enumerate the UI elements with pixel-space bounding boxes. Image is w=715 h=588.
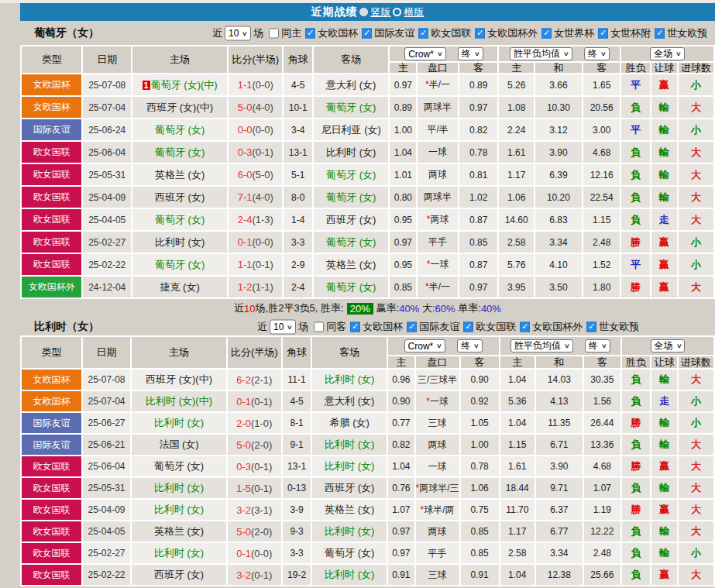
scope-select[interactable]: 全场∨	[650, 47, 685, 60]
away-team: 葡萄牙 (女)	[314, 232, 388, 253]
bookmaker-select[interactable]: Crow*∨	[404, 47, 446, 60]
results-table: 类型日期主场比分(半场)角球客场Crow*∨终∨胜平负均值∨终∨全场∨主盘口客主…	[20, 335, 715, 586]
radio-vertical-layout[interactable]	[359, 8, 368, 16]
vertical-layout-label[interactable]: 竖版	[371, 5, 391, 19]
odds-home: 0.82	[388, 435, 414, 455]
match-row: 欧女国联25-06-04葡萄牙 (女)0-3(0-1)13-1比利时 (女)1.…	[22, 456, 713, 476]
same-side-checkbox[interactable]	[269, 28, 279, 38]
odds-away: 1.06	[461, 478, 499, 498]
result-goals: 大	[679, 478, 713, 498]
handicap: 三/三球半	[416, 370, 459, 390]
score-half: (0-1)	[251, 396, 272, 407]
handicap-rate-label: 赢率:	[376, 301, 400, 315]
result-wdl: 勝	[622, 456, 650, 476]
competition-checkbox[interactable]	[475, 28, 485, 38]
score-half: (5-0)	[252, 169, 273, 181]
competition-checkbox[interactable]	[520, 322, 530, 332]
score-half: (2-0)	[251, 526, 272, 538]
corner-score: 13-1	[284, 142, 312, 163]
odds-time-select[interactable]: 终∨	[457, 339, 483, 352]
competition-checkbox[interactable]	[541, 28, 552, 38]
competition-checkbox[interactable]	[305, 28, 315, 38]
odds-away: 0.87	[459, 254, 497, 275]
competition-checkbox[interactable]	[407, 322, 417, 332]
competition-checkbox[interactable]	[655, 28, 665, 38]
match-date: 25-07-04	[83, 97, 131, 118]
avg-time-select[interactable]: 终∨	[584, 47, 610, 60]
win-rate-badge: 20%	[347, 303, 373, 315]
score-full: 0-1	[236, 396, 251, 407]
horizontal-layout-label[interactable]: 横版	[404, 5, 425, 19]
avg-win: 1.04	[500, 413, 535, 433]
match-row: 欧女国联25-06-04葡萄牙 (女)0-3(0-1)13-1比利时 (女)1.…	[22, 142, 713, 163]
odds-away: 0.87	[459, 209, 497, 230]
home-team: 西班牙 (女)	[132, 187, 227, 208]
away-team: 希腊 (女)	[312, 413, 387, 433]
scope-select[interactable]: 全场∨	[651, 339, 686, 352]
header-col-type: 类型	[22, 46, 81, 73]
match-row: 欧女国联25-02-27比利时 (女)0-1(0-0)3-3葡萄牙 (女)0.9…	[22, 232, 713, 253]
summary-count: 10	[244, 303, 255, 315]
results-table-wrap: 类型日期主场比分(半场)角球客场Crow*∨终∨胜平负均值∨终∨全场∨主盘口客主…	[20, 335, 715, 586]
match-date: 25-02-22	[83, 565, 130, 585]
bookmaker-select[interactable]: Crow*∨	[404, 339, 446, 352]
score-half: (0-0)	[252, 236, 273, 248]
competition-checkbox[interactable]	[598, 28, 608, 38]
score-full: 2-4	[238, 214, 253, 225]
header-sub-3: 主	[499, 63, 534, 73]
summary-prefix: 近	[234, 301, 244, 315]
competition-checkbox[interactable]	[350, 322, 360, 332]
odds-away: 0.97	[459, 277, 497, 297]
odds-away: 0.89	[459, 74, 497, 95]
score-half: (0-0)	[252, 124, 273, 136]
score-full: 0-3	[236, 461, 251, 473]
result-handicap: 輸	[651, 413, 677, 433]
odds-time-select[interactable]: 终∨	[458, 47, 483, 60]
corner-score: 1-4	[284, 209, 312, 230]
same-side-label: 同主	[281, 26, 301, 40]
avg-win: 1.08	[499, 97, 534, 118]
match-row: 女欧国杯25-07-08西班牙 (女)(中)6-2(2-1)11-1比利时 (女…	[22, 370, 713, 390]
filter-controls: 近10∨场同客女欧国杯国际友谊欧女国联女欧国杯外世女欧预	[257, 319, 643, 334]
home-team: 比利时 (女)	[132, 500, 226, 520]
recent-count-select[interactable]: 10∨	[225, 26, 251, 40]
avg-type-select-value: 胜平负均值	[514, 339, 561, 352]
result-handicap: 輸	[651, 97, 677, 118]
avg-draw: 10.30	[535, 97, 582, 118]
chevron-down-icon: ∨	[601, 342, 607, 349]
home-team: 比利时 (女)	[132, 543, 226, 563]
avg-type-select[interactable]: 胜平负均值∨	[510, 47, 572, 60]
avg-draw: 11.35	[536, 413, 583, 433]
same-side-checkbox[interactable]	[314, 322, 324, 332]
handicap: 平手	[416, 543, 459, 563]
team-name: 比利时（女）	[34, 320, 99, 334]
avg-draw: 6.37	[536, 500, 583, 520]
radio-horizontal-layout[interactable]	[393, 8, 401, 16]
result-wdl: 負	[621, 164, 649, 185]
competition-checkbox[interactable]	[463, 322, 473, 332]
header-sub-7: 让球	[651, 356, 677, 368]
score-half: (4-0)	[252, 101, 273, 113]
score-full: 2-0	[236, 418, 251, 429]
result-wdl: 負	[622, 370, 650, 390]
avg-type-select[interactable]: 胜平负均值∨	[510, 339, 573, 352]
header-col-home: 主场	[132, 337, 226, 368]
competition-checkbox[interactable]	[586, 322, 596, 332]
result-wdl: 負	[622, 391, 650, 411]
competition-checkbox[interactable]	[362, 28, 372, 38]
result-goals: 大	[679, 164, 713, 185]
corner-score: 2-9	[284, 254, 312, 275]
competition-label: 欧女国联	[476, 320, 516, 334]
team-section: 葡萄牙（女）近10∨场同主女欧国杯国际友谊欧女国联女欧国杯外女世界杯女世杯附世女…	[20, 21, 715, 318]
avg-lose: 4.68	[583, 142, 620, 163]
away-team: 比利时 (女)	[312, 565, 387, 585]
result-goals: 小	[679, 543, 713, 563]
live-star: *	[425, 79, 429, 90]
recent-count-select[interactable]: 10∨	[270, 319, 296, 334]
avg-time-select[interactable]: 终∨	[585, 339, 610, 352]
big-rate-value: 60%	[435, 303, 455, 315]
result-wdl: 勝	[622, 500, 650, 520]
result-goals: 大	[679, 97, 713, 118]
competition-checkbox[interactable]	[418, 28, 428, 38]
match-date: 25-04-09	[83, 500, 130, 520]
